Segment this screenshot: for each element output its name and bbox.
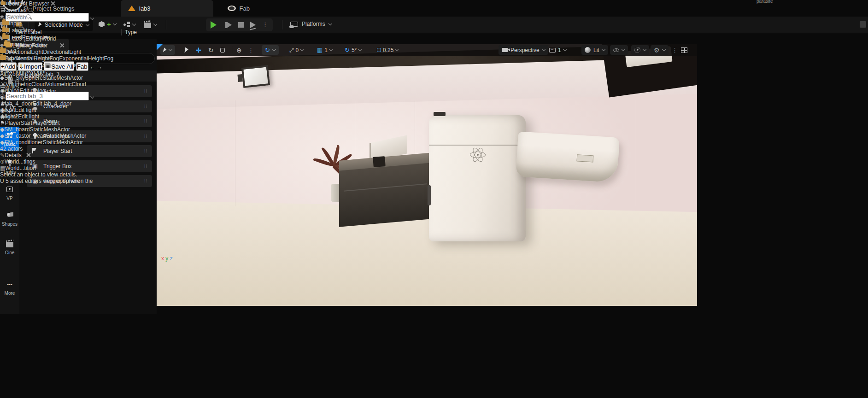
quad-view-toggle[interactable]: [681, 45, 687, 55]
favorites-section[interactable]: Favorites: [0, 7, 102, 13]
folder-levelprototyping[interactable]: LevelPrototyping: [0, 34, 102, 41]
perspective-dropdown[interactable]: Perspective: [499, 45, 548, 55]
show-flags-dropdown[interactable]: [610, 45, 628, 55]
grid-snap-control[interactable]: ▦1: [317, 45, 332, 55]
drag-handle-icon[interactable]: ⁞⁞: [144, 134, 147, 139]
cinematics-dropdown[interactable]: [144, 21, 157, 28]
sidebar-item-vp[interactable]: VP: [0, 184, 19, 201]
drag-handle-icon[interactable]: ⁞⁞: [144, 119, 147, 123]
top-tab-fab[interactable]: Fab: [220, 0, 257, 17]
search-icon[interactable]: [28, 8, 32, 12]
path-dropdown-chevron[interactable]: [1, 81, 5, 84]
unreal-toast-icon: U: [0, 178, 4, 184]
rotation-snap-control[interactable]: ↻5°: [345, 45, 361, 55]
tab-details[interactable]: ✎Details: [0, 152, 113, 158]
tab-world-tings[interactable]: ⊕World...tings: [0, 158, 113, 165]
folder-label: lab_2: [6, 55, 20, 61]
asset-editors-notification[interactable]: U 5 asset editors were open when the: [0, 178, 113, 184]
viewport-settings-dropdown[interactable]: ⚙: [651, 45, 669, 55]
outliner-item-type: StaticMeshActor: [43, 139, 83, 146]
snap-rotate-dropdown[interactable]: ↻: [262, 45, 279, 55]
asset-search[interactable]: [0, 92, 102, 100]
search-icon[interactable]: [26, 14, 30, 18]
outliner-row-sm-castor-bean[interactable]: ◆SM_castor_beanStaticMeshActor: [0, 133, 113, 139]
launch-button[interactable]: [250, 22, 256, 28]
vpcard-icon: [0, 184, 19, 194]
fab-button[interactable]: Fab: [76, 62, 88, 71]
save-all-button[interactable]: Save All: [44, 61, 74, 71]
asset-search-input[interactable]: [6, 92, 89, 100]
breadcrumb-maps[interactable]: maps: [30, 71, 43, 77]
drag-handle-icon[interactable]: ⁞⁞: [144, 179, 147, 183]
back-button[interactable]: ←: [90, 64, 95, 70]
outliner-row-sm-conditioner[interactable]: ◆SM_conditionerStaticMeshActor: [0, 139, 113, 146]
close-icon[interactable]: [26, 152, 31, 157]
folder-laboratory[interactable]: Laboratory: [0, 27, 102, 34]
breadcrumb-all[interactable]: All: [0, 71, 6, 77]
collapse-icon[interactable]: [0, 16, 4, 18]
rotate-tool[interactable]: ↻: [208, 45, 214, 55]
pencil-icon: ✎: [0, 152, 5, 158]
sidebar-item-label: Cine: [0, 250, 19, 255]
filter-chevron[interactable]: [5, 87, 9, 91]
breadcrumb-lab_3[interactable]: lab_3: [46, 71, 59, 77]
sidebar-item-cine[interactable]: Cine: [0, 239, 19, 255]
play-button[interactable]: [211, 21, 217, 29]
folder-lab1[interactable]: lab1: [0, 47, 102, 54]
outliner-row-sm-board[interactable]: ◆SM_boardStaticMeshActor: [0, 126, 113, 133]
move-tool[interactable]: ✛: [196, 45, 201, 55]
transform-options-dots[interactable]: ⋮: [248, 45, 254, 55]
sidebar-item-more[interactable]: •••More: [0, 279, 19, 296]
folder-lab_2[interactable]: lab_2: [0, 54, 102, 61]
more-icon: •••: [0, 279, 19, 289]
type-column[interactable]: Type: [125, 29, 137, 35]
play-options-dots[interactable]: ⋮: [262, 23, 268, 27]
sidebar-item-shapes[interactable]: Shapes: [0, 210, 19, 227]
drag-handle-icon[interactable]: ⁞⁞: [144, 89, 147, 94]
asset-grid: ◉♟: [0, 107, 102, 120]
sort-chevron[interactable]: [6, 102, 9, 106]
add-button[interactable]: +Add: [0, 62, 17, 71]
frame-skip-button[interactable]: [227, 22, 232, 28]
level-viewport[interactable]: x y z ✛ ↻ ⊕ ⋮ ↻ ⤢0 ▦1: [157, 44, 697, 306]
top-tab-lab3[interactable]: lab3: [121, 0, 213, 17]
platforms-dropdown[interactable]: Platforms: [290, 21, 332, 27]
stop-button[interactable]: [238, 22, 244, 28]
content-browser-tab[interactable]: Content Browser: [0, 0, 102, 7]
lit-mode-dropdown[interactable]: Lit: [581, 45, 608, 55]
lock-icon[interactable]: [8, 80, 12, 84]
close-icon[interactable]: [51, 1, 55, 6]
select-tool[interactable]: [185, 45, 188, 55]
sphere-badge-icon: ◉: [0, 107, 5, 113]
drag-handle-icon[interactable]: ⁞⁞: [144, 104, 147, 109]
folder-icon: [2, 21, 9, 25]
tab-world-tition[interactable]: ▦World...tition: [0, 165, 113, 171]
viewport-options-dots[interactable]: ⋮: [672, 45, 678, 55]
content-settings-icon[interactable]: ⚙: [14, 78, 20, 85]
outliner-row-playerstart[interactable]: ⚑PlayerStartPlayerStart: [0, 120, 113, 126]
expand-icon[interactable]: [0, 9, 3, 12]
performance-dropdown[interactable]: [631, 45, 649, 55]
platforms-icon: [290, 22, 298, 27]
revision-control-icon[interactable]: [860, 21, 866, 28]
tab-label: World...tings: [5, 158, 35, 165]
folder-maps[interactable]: maps: [0, 41, 102, 47]
drag-handle-icon[interactable]: ⁞⁞: [144, 149, 147, 153]
blueprints-dropdown[interactable]: [123, 22, 135, 27]
project-section[interactable]: parasite: [0, 13, 102, 20]
platforms-label: Platforms: [302, 21, 325, 27]
world-space-toggle[interactable]: ⊕: [236, 45, 242, 55]
asset-tile-material-sphere[interactable]: ◉: [0, 107, 102, 113]
breadcrumb-content[interactable]: Content: [8, 71, 28, 77]
details-tab-bar: ✎Details⊕World...tings▦World...tition: [0, 152, 113, 171]
import-button[interactable]: ⇓Import: [18, 62, 42, 71]
scale-snap-control[interactable]: 0.25: [377, 45, 398, 55]
scale-tool[interactable]: [220, 45, 225, 55]
surface-snap-control[interactable]: ⤢0: [289, 45, 303, 55]
filter-icon[interactable]: [0, 85, 6, 90]
forward-button[interactable]: →: [97, 64, 102, 70]
folder-input[interactable]: Input: [0, 20, 102, 27]
camera-speed-control[interactable]: 1: [549, 45, 566, 55]
asset-tile-door-mesh[interactable]: ♟: [0, 113, 102, 120]
drag-handle-icon[interactable]: ⁞⁞: [144, 164, 147, 169]
